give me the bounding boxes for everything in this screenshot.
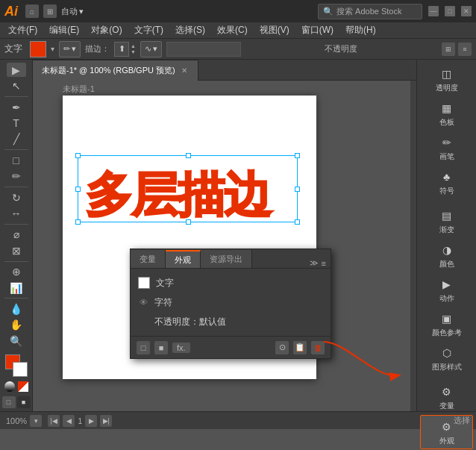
graph-tool[interactable]: 📊	[7, 281, 26, 295]
menu-type[interactable]: 文字(T)	[129, 22, 169, 38]
appearance-icon: ⚙	[439, 419, 455, 435]
menu-view[interactable]: 视图(V)	[254, 22, 295, 38]
arrange-icon[interactable]: ⊞	[442, 43, 455, 56]
brush-tool[interactable]: ✏▾	[59, 41, 81, 57]
stroke-up[interactable]: ▲	[131, 43, 136, 49]
colorguide-icon: ▣	[439, 310, 455, 327]
color-pair[interactable]	[5, 354, 28, 375]
add-stroke-btn[interactable]: □	[137, 341, 150, 354]
artboard-number: 1	[78, 416, 82, 425]
prev-artboard[interactable]: ◀	[63, 415, 75, 427]
panel-bottom: □ ■ fx. ⊙ 📋 🗑	[131, 336, 331, 358]
panel-tab-export[interactable]: 资源导出	[201, 250, 252, 268]
stroke-input[interactable]: ⬆	[114, 42, 129, 57]
document-tab[interactable]: 未标题-1* @ 100% (RGB/GPU 预览) ✕	[33, 60, 198, 81]
panel-row-char: 👁 字符	[131, 293, 331, 312]
opacity-row-label: 不透明度：默认值	[154, 316, 323, 328]
panel-expand-icon[interactable]: ≫	[310, 258, 319, 268]
align-icon[interactable]: ≡	[458, 43, 472, 56]
home-icon[interactable]: ⌂	[25, 4, 39, 18]
rotate-tool[interactable]: ↻	[7, 190, 26, 204]
fill-color[interactable]	[30, 41, 46, 57]
menu-help[interactable]: 帮助(H)	[340, 22, 381, 38]
stroke-profile[interactable]: ∿▾	[140, 41, 162, 57]
separator4	[4, 224, 28, 225]
menu-file[interactable]: 文件(F)	[3, 22, 43, 38]
hand-tool[interactable]: ✋	[7, 318, 26, 332]
zoom-tool[interactable]: 🔍	[7, 334, 26, 348]
tab-close-button[interactable]: ✕	[180, 66, 189, 75]
move-down-btn[interactable]: 📋	[293, 341, 307, 354]
menu-effect[interactable]: 效果(C)	[212, 22, 253, 38]
next-artboard[interactable]: ▶	[85, 415, 97, 427]
maximize-button[interactable]: □	[445, 6, 455, 16]
eyedropper-tool[interactable]: 💧	[7, 301, 26, 316]
rp-brushes[interactable]: ✏ 画笔	[420, 131, 473, 164]
minimize-button[interactable]: —	[428, 6, 439, 16]
swap-colors[interactable]	[18, 381, 28, 392]
brush-tool[interactable]: ✏	[7, 169, 26, 184]
delete-btn[interactable]: 🗑	[311, 341, 325, 354]
ai-logo: Ai	[4, 4, 18, 19]
rp-symbols[interactable]: ♣ 符号	[420, 166, 473, 199]
rp-graphicstyle[interactable]: ⬡ 图形样式	[420, 342, 473, 375]
search-icon: 🔍	[323, 7, 333, 16]
swatches-icon: ▦	[439, 100, 455, 116]
color-icon: ◑	[439, 242, 455, 258]
copy-btn[interactable]: ⊙	[275, 341, 289, 354]
shape-builder[interactable]: ⊕	[7, 264, 26, 278]
menu-bar: 文件(F) 编辑(E) 对象(O) 文字(T) 选择(S) 效果(C) 视图(V…	[0, 22, 476, 39]
zoom-controls: 100% ▾	[6, 415, 42, 427]
transparency-icon: ◫	[439, 66, 455, 82]
none-color[interactable]	[4, 381, 15, 392]
direct-select-tool[interactable]: ↖	[7, 78, 26, 93]
menu-select[interactable]: 选择(S)	[170, 22, 210, 38]
type-tool[interactable]: T	[7, 116, 26, 130]
menu-window[interactable]: 窗口(W)	[296, 22, 339, 38]
panel-tab-variable[interactable]: 变量	[131, 250, 166, 268]
fill-dropdown[interactable]: ▾	[51, 45, 54, 53]
rect-tool[interactable]: □	[7, 153, 26, 167]
normal-mode[interactable]: □	[2, 396, 16, 408]
warp-tool[interactable]: ⌀	[7, 228, 26, 242]
prev-page[interactable]: |◀	[48, 415, 60, 427]
background-color[interactable]	[13, 362, 28, 377]
main-area: ▶ ↖ ✒ T ╱ □ ✏ ↻ ↔ ⌀ ⊠ ⊕ 📊 💧 ✋ 🔍 □	[0, 60, 476, 411]
text-swatch[interactable]	[138, 277, 150, 289]
line-tool[interactable]: ╱	[7, 132, 26, 146]
rp-colorguide[interactable]: ▣ 颜色参考	[420, 307, 473, 340]
rp-variables[interactable]: ⚙ 变量	[420, 381, 473, 413]
v-scrollbar[interactable]	[410, 81, 416, 411]
stroke-arrows[interactable]: ▲ ▼	[131, 43, 136, 54]
close-button[interactable]: ✕	[461, 6, 472, 16]
title-bar: Ai ⌂ ⊞ 自动 ▾ 🔍 搜索 Adobe Stock — □ ✕	[0, 0, 476, 22]
rp-gradient[interactable]: ▤ 渐变	[420, 204, 473, 237]
panel-menu-icon[interactable]: ≡	[322, 259, 326, 268]
pen-tool[interactable]: ✒	[7, 100, 26, 114]
panel-tab-appearance[interactable]: 外观	[166, 250, 201, 268]
menu-object[interactable]: 对象(O)	[86, 22, 127, 38]
rp-transparency[interactable]: ◫ 透明度	[420, 63, 473, 96]
add-fill-btn[interactable]: ■	[154, 341, 168, 354]
stroke-down[interactable]: ▼	[131, 49, 136, 54]
workspace-dropdown[interactable]: 自动 ▾	[61, 6, 84, 17]
artboard-label: 未标题-1	[63, 84, 95, 95]
menu-edit[interactable]: 编辑(E)	[44, 22, 84, 38]
fx-button[interactable]: fx.	[172, 343, 190, 353]
rp-color[interactable]: ◑ 颜色	[420, 239, 473, 272]
free-transform-tool[interactable]: ⊠	[7, 243, 26, 257]
rp-swatches[interactable]: ▦ 色板	[420, 97, 473, 130]
rp-variables-label: 变量	[439, 401, 454, 410]
canvas-content: 未标题-1 多层描边 变量 外观 资源导出	[33, 81, 416, 411]
eye-icon[interactable]: 👁	[138, 297, 148, 307]
search-box[interactable]: 🔍 搜索 Adobe Stock	[318, 4, 422, 19]
separator5	[4, 261, 28, 262]
next-page[interactable]: ▶|	[100, 415, 112, 427]
rp-actions[interactable]: ▶ 动作	[420, 273, 473, 306]
canvas-text[interactable]: 多层描边	[85, 163, 270, 228]
select-tool[interactable]: ▶	[7, 63, 26, 77]
full-mode[interactable]: ■	[17, 396, 31, 408]
workspace-icon[interactable]: ⊞	[43, 4, 57, 18]
reflect-tool[interactable]: ↔	[7, 206, 26, 220]
zoom-dropdown[interactable]: ▾	[30, 415, 42, 427]
